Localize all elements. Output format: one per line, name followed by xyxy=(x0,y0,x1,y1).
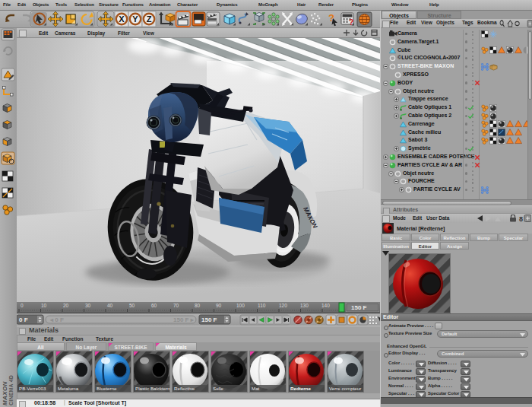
svg-text:Selle: Selle xyxy=(213,386,223,391)
svg-text:Plastic Balcktern: Plastic Balcktern xyxy=(135,386,170,391)
svg-text:◂ 0 F: ◂ 0 F xyxy=(49,316,64,323)
svg-text:150 F: 150 F xyxy=(351,304,367,311)
svg-text:PB-Verre003: PB-Verre003 xyxy=(19,386,46,391)
svg-text:Reflective: Reflective xyxy=(174,386,195,391)
svg-text:Redterne: Redterne xyxy=(290,386,311,391)
svg-text:8: 8 xyxy=(519,215,523,222)
svg-text:X: X xyxy=(119,14,125,24)
svg-text:Blueterne: Blueterne xyxy=(97,386,117,391)
svg-text:Verre compteur: Verre compteur xyxy=(329,386,361,391)
svg-text:Metaluma: Metaluma xyxy=(58,386,79,391)
svg-text:150 F ▸: 150 F ▸ xyxy=(173,316,195,323)
svg-text:Mat: Mat xyxy=(252,386,260,391)
svg-text:Y: Y xyxy=(132,14,138,24)
svg-text:Z: Z xyxy=(147,14,152,24)
svg-text:150 F: 150 F xyxy=(201,316,217,323)
svg-text:0 F: 0 F xyxy=(19,316,28,323)
